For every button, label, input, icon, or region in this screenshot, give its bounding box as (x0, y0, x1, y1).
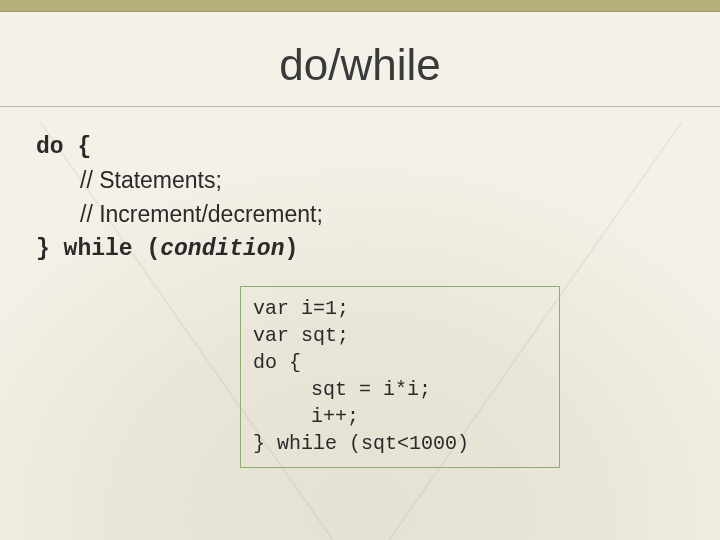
keyword-do: do (36, 134, 64, 160)
example-line-3: do { (253, 349, 547, 376)
slide-title: do/while (30, 22, 690, 106)
example-line-6: } while (sqt<1000) (253, 430, 547, 457)
example-line-5: i++; (253, 403, 547, 430)
syntax-line-3: // Increment/decrement; (36, 198, 690, 231)
syntax-block: do { // Statements; // Increment/decreme… (30, 129, 690, 266)
slide-content: do/while do { // Statements; // Incremen… (0, 12, 720, 468)
example-code-box: var i=1; var sqt; do { sqt = i*i; i++; }… (240, 286, 560, 468)
condition-placeholder: condition (160, 236, 284, 262)
close-paren: ) (284, 236, 298, 262)
slide-top-border (0, 0, 720, 12)
example-line-4: sqt = i*i; (253, 376, 547, 403)
example-line-1: var i=1; (253, 295, 547, 322)
open-brace: { (64, 134, 92, 160)
syntax-line-4: } while (condition) (36, 231, 690, 266)
keyword-while: while ( (64, 236, 161, 262)
syntax-line-1: do { (36, 129, 690, 164)
example-line-2: var sqt; (253, 322, 547, 349)
close-brace: } (36, 236, 64, 262)
syntax-line-2: // Statements; (36, 164, 690, 197)
title-underline (0, 106, 720, 107)
